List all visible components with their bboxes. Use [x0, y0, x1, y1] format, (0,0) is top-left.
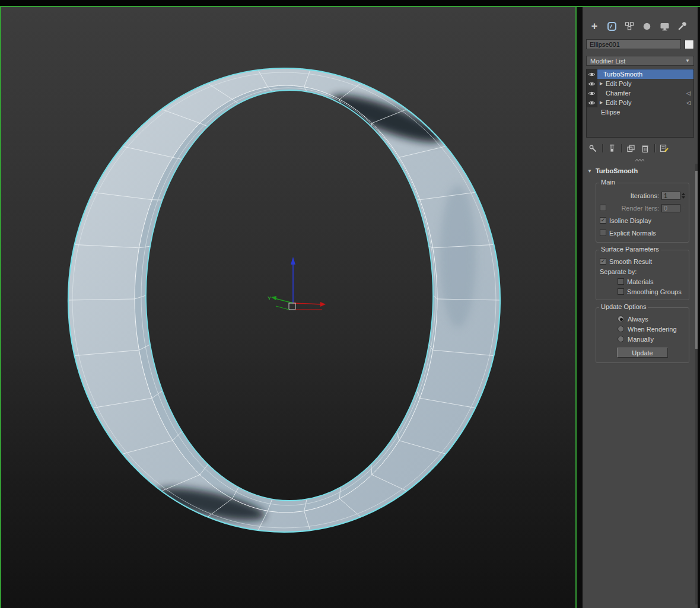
hierarchy-tab[interactable] — [623, 20, 635, 32]
iterations-label: Iterations: — [631, 192, 659, 199]
modifier-label: TurboSmooth — [603, 71, 642, 78]
show-end-result-button[interactable] — [607, 144, 617, 154]
main-group-label: Main — [599, 179, 617, 186]
gizmo-center-square[interactable] — [289, 303, 295, 310]
toolbar-divider — [602, 144, 603, 152]
y-axis-arrowhead[interactable] — [271, 296, 276, 300]
expand-arrow-icon[interactable]: ▶ — [600, 100, 606, 105]
smoothing-groups-row: Smoothing Groups — [600, 287, 685, 297]
modifier-flag-icon[interactable]: ◁ — [686, 90, 691, 96]
update-options-group: Update Options Always When Rendering Man… — [596, 307, 689, 363]
visibility-eye-icon[interactable] — [587, 88, 597, 98]
smooth-result-checkbox[interactable]: ✓ — [600, 258, 606, 265]
stack-toolbar — [586, 143, 694, 154]
axis-label-y: Y — [268, 295, 271, 301]
separate-by-row: Separate by: — [600, 266, 685, 276]
stack-row-chamfer[interactable]: Chamfer ◁ — [587, 88, 693, 98]
smoothing-groups-checkbox[interactable] — [618, 288, 624, 295]
check-icon: ✓ — [601, 259, 606, 264]
visibility-eye-icon[interactable] — [587, 69, 597, 79]
turbosmooth-rollout-header[interactable]: ▼ TurboSmooth — [586, 166, 694, 176]
rollout-drag-handle[interactable] — [586, 158, 694, 162]
modifier-stack: TurboSmooth ▶ Edit Poly — [586, 69, 694, 138]
configure-modifier-sets-button[interactable] — [659, 144, 669, 154]
when-rendering-radio[interactable] — [618, 326, 624, 332]
expand-arrow-icon[interactable]: ▶ — [600, 81, 606, 86]
display-icon — [660, 22, 670, 31]
app-window: Y + — [0, 0, 700, 608]
display-tab[interactable] — [658, 20, 670, 32]
rollout-scrollbar-track[interactable] — [695, 164, 698, 604]
command-panel-tabs: + — [586, 19, 694, 33]
y-axis-handle[interactable] — [275, 298, 293, 303]
rollout-scrollbar-thumb[interactable] — [695, 171, 698, 349]
stack-row-edit-poly-2[interactable]: ▶ Edit Poly ◁ — [587, 98, 693, 107]
xy-plane-handle-y[interactable] — [276, 306, 289, 310]
create-tab[interactable]: + — [588, 20, 600, 32]
z-axis-arrowhead[interactable] — [291, 257, 295, 265]
panel-divider[interactable] — [577, 7, 583, 608]
transform-gizmo[interactable]: Y — [268, 257, 326, 310]
modifier-label: Edit Poly — [606, 80, 631, 87]
command-panel: + — [583, 7, 700, 608]
motion-icon — [642, 22, 651, 31]
hierarchy-icon — [625, 21, 634, 31]
isoline-display-row: ✓ Isoline Display — [600, 214, 685, 227]
always-label: Always — [628, 316, 648, 323]
isoline-display-checkbox[interactable]: ✓ — [600, 217, 606, 224]
update-button-label: Update — [632, 349, 653, 356]
configure-modifier-sets-icon — [660, 144, 669, 153]
always-radio[interactable] — [618, 316, 624, 322]
object-name-input[interactable]: Ellipse001 — [586, 39, 681, 49]
render-iters-checkbox[interactable] — [600, 205, 606, 211]
viewport-canvas[interactable]: Y — [1, 7, 575, 607]
modifier-label: Chamfer — [606, 90, 631, 97]
manually-radio[interactable] — [618, 336, 624, 342]
stack-row-ellipse-base[interactable]: Ellipse — [587, 107, 693, 117]
pin-stack-icon — [588, 144, 597, 153]
base-object-label: Ellipse — [601, 109, 620, 116]
top-strip — [0, 0, 700, 6]
object-color-swatch[interactable] — [685, 40, 694, 49]
when-rendering-row: When Rendering — [600, 324, 685, 334]
utilities-tab[interactable] — [676, 20, 688, 32]
main-group: Main Iterations: 1 Render Iters: — [596, 183, 689, 243]
iterations-input[interactable]: 1 — [661, 192, 680, 200]
x-axis-arrowhead[interactable] — [320, 302, 326, 307]
always-row: Always — [600, 314, 685, 324]
stack-row-turbosmooth[interactable]: TurboSmooth — [587, 69, 693, 79]
stack-row-edit-poly-1[interactable]: ▶ Edit Poly — [587, 79, 693, 88]
x-axis-handle[interactable] — [293, 303, 321, 304]
modifier-list-label: Modifier List — [590, 58, 625, 65]
materials-label: Materials — [627, 278, 654, 285]
explicit-normals-row: Explicit Normals — [600, 227, 685, 239]
create-icon: + — [591, 21, 598, 31]
modify-tab[interactable] — [606, 20, 618, 32]
smooth-result-row: ✓ Smooth Result — [600, 256, 685, 266]
update-button[interactable]: Update — [617, 348, 668, 358]
trash-icon — [641, 144, 650, 153]
pin-stack-button[interactable] — [588, 144, 598, 154]
motion-tab[interactable] — [641, 20, 653, 32]
remove-modifier-button[interactable] — [640, 144, 650, 154]
surface-parameters-label: Surface Parameters — [599, 246, 661, 253]
make-unique-button[interactable] — [626, 144, 636, 154]
render-iters-label: Render Iters: — [621, 205, 659, 212]
update-options-label: Update Options — [599, 303, 648, 310]
manually-row: Manually — [600, 334, 685, 344]
visibility-eye-icon[interactable] — [587, 98, 597, 107]
perspective-viewport[interactable]: Y — [0, 7, 577, 608]
render-iters-spinner[interactable] — [682, 205, 685, 211]
iterations-value: 1 — [664, 192, 667, 199]
iterations-spinner[interactable] — [682, 193, 685, 199]
materials-checkbox[interactable] — [618, 278, 624, 285]
separate-by-label: Separate by: — [600, 268, 637, 275]
modifier-flag-icon[interactable]: ◁ — [686, 100, 691, 106]
render-iters-row: Render Iters: 0 — [600, 202, 685, 214]
chevron-down-icon: ▼ — [685, 58, 690, 63]
modifier-list-dropdown[interactable]: Modifier List ▼ — [586, 56, 694, 66]
render-iters-input[interactable]: 0 — [661, 204, 680, 212]
toolbar-divider — [654, 144, 655, 152]
explicit-normals-checkbox[interactable] — [600, 230, 606, 236]
visibility-eye-icon[interactable] — [587, 79, 597, 88]
